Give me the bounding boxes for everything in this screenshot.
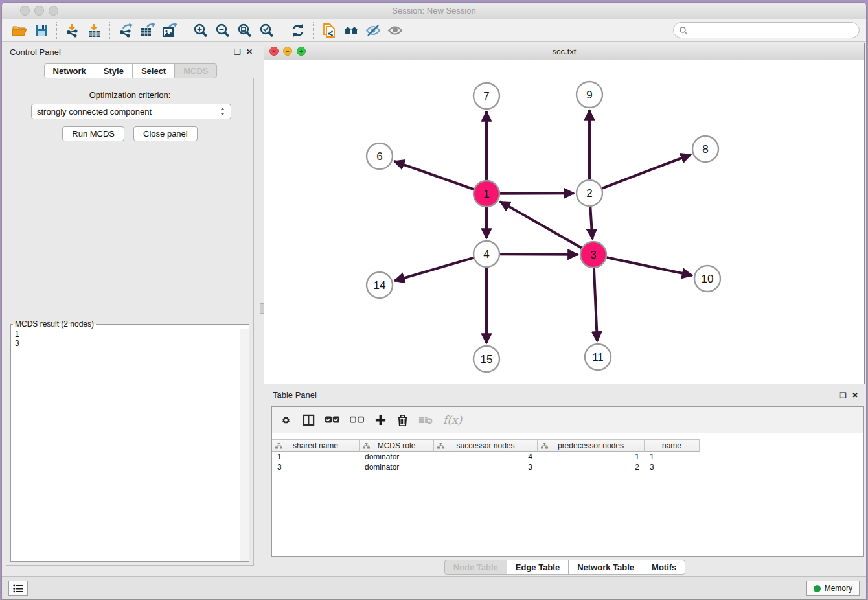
column-label: name (662, 441, 681, 450)
float-table-panel-icon[interactable]: ❑ (839, 391, 847, 400)
table-header-row: shared name MCDS role successor nodes pr… (272, 439, 700, 452)
export-network-icon[interactable] (115, 21, 137, 40)
result-scrollbar[interactable] (240, 329, 249, 561)
column-header-mcds-role[interactable]: MCDS role (360, 439, 434, 452)
zoom-in-icon[interactable] (190, 21, 212, 40)
close-panel-icon[interactable]: ✕ (246, 48, 253, 56)
save-session-icon[interactable] (30, 21, 52, 40)
network-canvas[interactable]: 7968124314101511 (264, 60, 864, 384)
tab-motifs[interactable]: Motifs (643, 560, 685, 575)
show-panels-button[interactable] (8, 581, 28, 596)
zoom-out-icon[interactable] (212, 21, 234, 40)
cell-name[interactable]: 1 (645, 452, 700, 462)
graph-edge[interactable] (590, 207, 592, 239)
memory-button[interactable]: Memory (806, 581, 860, 596)
graph-node-label: 11 (592, 351, 604, 363)
memory-status-icon (814, 585, 821, 592)
export-table-icon[interactable] (137, 21, 159, 40)
graph-edge[interactable] (394, 258, 474, 281)
graph-node-label: 8 (702, 143, 708, 156)
cell-name[interactable]: 3 (645, 462, 700, 472)
mcds-result-text[interactable]: 1 3 (11, 329, 240, 561)
export-image-icon[interactable] (159, 21, 181, 40)
zoom-selected-icon[interactable] (256, 21, 278, 40)
float-panel-icon[interactable]: ❑ (234, 48, 241, 56)
split-columns-icon[interactable] (303, 414, 315, 426)
hide-selected-icon[interactable] (362, 21, 384, 40)
graph-edge[interactable] (607, 257, 692, 275)
cell-shared-name[interactable]: 3 (272, 462, 360, 472)
cell-mcds-role[interactable]: dominator (360, 452, 434, 462)
cell-successor-nodes[interactable]: 4 (434, 452, 538, 462)
column-label: MCDS role (378, 441, 416, 450)
tab-network[interactable]: Network (44, 63, 95, 78)
app-window: Session: New Session (1, 2, 867, 600)
control-panel-tabs: Network Style Select MCDS (44, 63, 218, 78)
column-label: shared name (293, 441, 338, 450)
import-table-icon[interactable] (84, 21, 106, 40)
cell-shared-name[interactable]: 1 (272, 452, 360, 462)
show-all-icon[interactable] (384, 21, 406, 40)
graph-edge[interactable] (500, 193, 574, 194)
memory-label: Memory (825, 584, 852, 593)
toolbar-separator (109, 22, 111, 39)
network-view-window: × − + scc.txt 7968124314101511 (264, 43, 865, 384)
graph-edge[interactable] (594, 268, 597, 341)
optimization-criterion-label: Optimization criterion: (6, 90, 253, 100)
tab-edge-table[interactable]: Edge Table (507, 560, 569, 575)
tab-mcds[interactable]: MCDS (174, 63, 217, 78)
hierarchy-icon (275, 443, 282, 449)
column-label: successor nodes (456, 441, 514, 450)
graph-node-label: 9 (586, 89, 592, 101)
tab-node-table[interactable]: Node Table (444, 560, 507, 575)
tab-style[interactable]: Style (95, 63, 133, 78)
run-mcds-button[interactable]: Run MCDS (62, 126, 124, 141)
home-layout-icon[interactable] (340, 21, 362, 40)
graph-edge[interactable] (394, 161, 474, 189)
table-row[interactable]: 1 dominator 4 1 1 (272, 452, 863, 462)
search-field[interactable] (673, 22, 860, 38)
search-input[interactable] (688, 25, 854, 36)
column-header-name[interactable]: name (645, 439, 700, 452)
zoom-fit-icon[interactable] (234, 21, 256, 40)
graph-node-label: 7 (483, 90, 489, 102)
close-panel-button[interactable]: Close panel (133, 126, 198, 141)
open-session-icon[interactable] (8, 21, 30, 40)
tab-network-table[interactable]: Network Table (568, 560, 643, 575)
cell-predecessor-nodes[interactable]: 1 (538, 452, 645, 462)
table-tabs: Node Table Edge Table Network Table Moti… (264, 560, 866, 575)
graph-node-label: 10 (702, 273, 714, 285)
cell-successor-nodes[interactable]: 3 (434, 462, 538, 472)
mcds-tab-panel: Optimization criterion: strongly connect… (6, 78, 254, 566)
graph-node-label: 6 (376, 150, 382, 163)
criterion-select[interactable]: strongly connected component (31, 104, 231, 119)
refresh-layout-icon[interactable] (287, 21, 309, 40)
network-window-title: scc.txt (264, 43, 864, 60)
table-settings-icon[interactable] (280, 414, 292, 426)
delete-column-icon[interactable] (397, 414, 408, 426)
column-header-successor-nodes[interactable]: successor nodes (434, 439, 538, 452)
toolbar-separator (313, 22, 314, 39)
control-panel: Control Panel ❑ ✕ Network Style Select M… (2, 42, 259, 577)
deselect-all-columns-icon[interactable] (350, 416, 364, 424)
table-body: 1 dominator 4 1 1 3 dominator 3 2 3 (272, 452, 863, 472)
close-table-panel-icon[interactable]: ✕ (852, 391, 858, 400)
graph-node-label: 3 (590, 249, 596, 261)
panel-splitter[interactable] (259, 42, 264, 577)
table-panel: Table Panel ❑ ✕ f(x) shared name (264, 384, 866, 577)
table-row[interactable]: 3 dominator 3 2 3 (272, 462, 863, 472)
tab-select[interactable]: Select (132, 63, 175, 78)
hierarchy-icon (363, 443, 370, 449)
graph-edge[interactable] (500, 202, 582, 248)
graph-edge[interactable] (602, 155, 691, 189)
cell-predecessor-nodes[interactable]: 2 (538, 462, 645, 472)
cell-mcds-role[interactable]: dominator (360, 462, 434, 472)
column-header-shared-name[interactable]: shared name (272, 439, 360, 452)
column-header-predecessor-nodes[interactable]: predecessor nodes (538, 439, 645, 452)
select-all-columns-icon[interactable] (325, 416, 339, 424)
graph-edge[interactable] (500, 254, 578, 255)
add-column-icon[interactable] (374, 414, 387, 426)
table-panel-title: Table Panel (273, 390, 317, 400)
clone-view-icon[interactable] (318, 21, 340, 40)
import-network-icon[interactable] (62, 21, 84, 40)
